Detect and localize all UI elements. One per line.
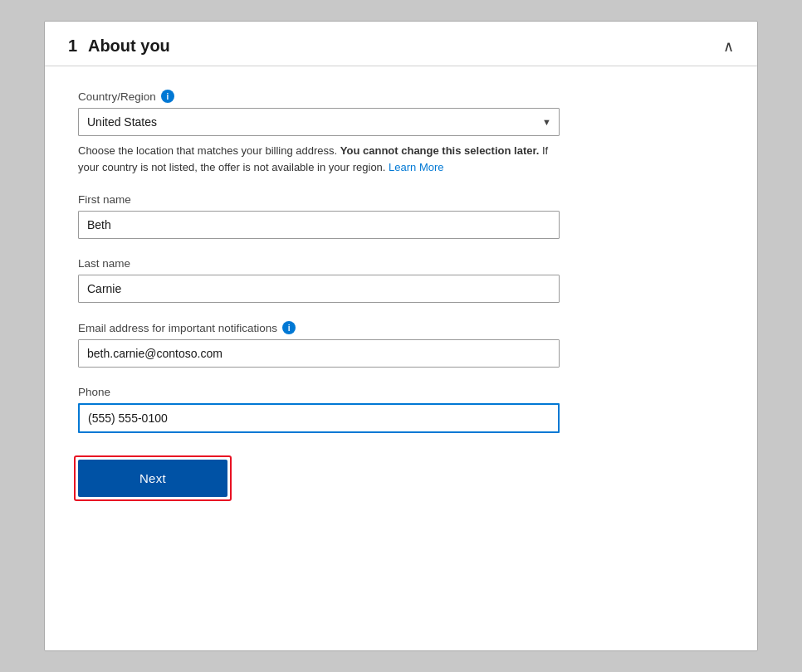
country-region-label: Country/Region i — [78, 90, 724, 103]
phone-label: Phone — [78, 386, 724, 398]
card-title-text: About you — [88, 37, 170, 55]
country-info-icon[interactable]: i — [161, 90, 174, 103]
country-select-wrapper: United States Canada United Kingdom Aust… — [78, 108, 560, 136]
phone-group: Phone — [78, 386, 724, 433]
email-input[interactable] — [78, 339, 560, 368]
last-name-input[interactable] — [78, 275, 560, 303]
first-name-group: First name — [78, 193, 724, 239]
country-select[interactable]: United States Canada United Kingdom Aust… — [78, 108, 560, 136]
email-label: Email address for important notification… — [78, 321, 724, 334]
first-name-label: First name — [78, 193, 724, 206]
country-region-group: Country/Region i United States Canada Un… — [78, 90, 724, 175]
next-button-wrapper: Next — [78, 460, 227, 497]
billing-notice: Choose the location that matches your bi… — [78, 143, 560, 175]
card-title: 1 About you — [68, 37, 170, 56]
email-group: Email address for important notification… — [78, 321, 724, 368]
step-number: 1 — [68, 37, 77, 55]
card-body: Country/Region i United States Canada Un… — [45, 66, 757, 520]
last-name-group: Last name — [78, 257, 724, 303]
first-name-input[interactable] — [78, 211, 560, 239]
collapse-icon[interactable]: ∧ — [723, 37, 734, 56]
last-name-label: Last name — [78, 257, 724, 270]
next-button[interactable]: Next — [78, 460, 227, 497]
email-info-icon[interactable]: i — [282, 321, 296, 334]
phone-input[interactable] — [78, 403, 560, 433]
page-container: 1 About you ∧ Country/Region i United St… — [0, 0, 802, 672]
learn-more-link[interactable]: Learn More — [389, 161, 443, 173]
form-card: 1 About you ∧ Country/Region i United St… — [44, 21, 758, 651]
card-header: 1 About you ∧ — [45, 22, 757, 66]
